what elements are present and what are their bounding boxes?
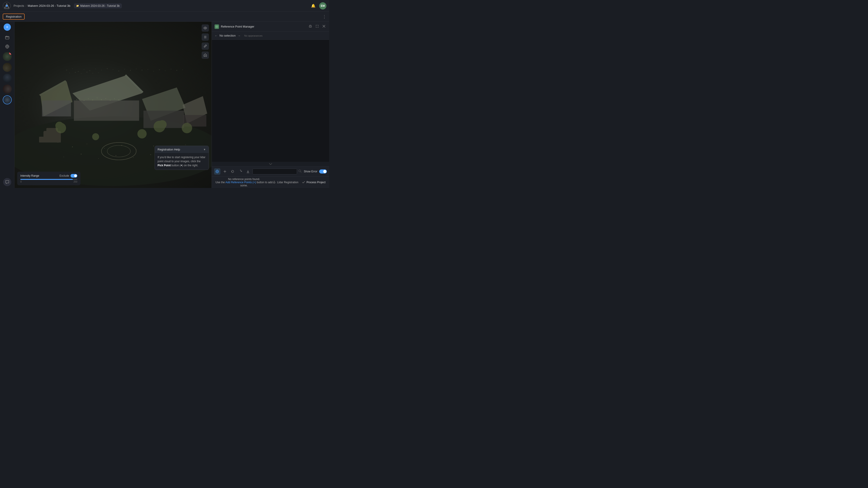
svg-point-53 [137,129,147,138]
rpm-search-input[interactable] [252,168,297,174]
chat-button-wrapper[interactable] [3,178,11,186]
breadcrumb: Projects / Malvern 2024-03-26 - Tutorial… [13,4,70,7]
rpm-print-button[interactable] [308,24,313,29]
scan-item-2[interactable] [3,63,12,72]
svg-rect-90 [310,26,311,27]
lidar-registration-button[interactable]: Lidar Registration [273,181,298,184]
svg-line-99 [301,172,301,173]
range-min: 0 [20,181,22,183]
rpm-add-plus-button[interactable] [222,168,228,175]
process-project-button[interactable]: Process Project [302,181,326,184]
exclude-switch[interactable] [70,174,77,177]
range-track[interactable] [20,179,77,180]
right-panel: Reference Point Manager [212,22,329,188]
rpm-nav-forward[interactable]: → [238,34,241,37]
svg-point-22 [159,69,160,70]
rpm-expand-button[interactable] [315,24,320,29]
folder-icon-button[interactable] [3,33,11,41]
add-ref-link[interactable]: Add Reference Points (+) [225,181,256,184]
project-tab[interactable]: 📁 Malvern 2024-03-26 - Tutorial 3b [74,3,122,8]
exclude-toggle[interactable]: Exclude [59,174,77,177]
svg-rect-45 [39,137,61,142]
svg-point-74 [84,100,84,101]
rpm-redo-button[interactable] [237,168,243,175]
rpm-nav-back[interactable]: ← [215,34,218,37]
top-bar-right: 🔔 EM [310,2,327,9]
registration-help-header[interactable]: Registration Help ▼ [155,146,209,153]
scan-item-4[interactable] [3,85,12,94]
help-text-1: If you'd like to start registering your … [158,156,206,163]
add-button[interactable]: + [4,24,11,31]
svg-point-76 [92,100,93,100]
more-options-button[interactable]: ⋮ [322,14,327,19]
svg-point-52 [92,133,99,140]
rpm-download-button[interactable] [245,168,251,175]
svg-point-14 [113,69,114,70]
svg-point-51 [158,120,166,129]
svg-point-19 [142,70,143,70]
svg-point-24 [170,69,171,70]
intensity-label: Intensity Range [20,174,39,177]
app-logo[interactable] [3,2,11,10]
viewport-pen-button[interactable] [202,42,209,50]
viewport-list-button[interactable] [202,33,209,41]
show-error-toggle[interactable] [319,169,327,173]
process-project-label: Process Project [307,181,326,184]
svg-point-60 [136,149,136,150]
svg-point-18 [136,69,136,69]
svg-point-80 [110,100,111,101]
svg-point-57 [87,144,87,144]
svg-point-56 [72,147,73,147]
user-avatar[interactable]: EM [319,2,327,9]
viewport-wrapper[interactable]: Registration Help ▼ If you'd like to sta… [14,22,212,188]
rpm-nav: ← No selection → No appearances [212,32,329,40]
globe-icon-button[interactable] [3,42,11,51]
svg-point-16 [124,69,125,70]
viewport-home-button[interactable] [202,52,209,59]
svg-point-12 [101,70,102,70]
rpm-add-globe-button[interactable] [214,168,220,175]
rpm-close-button[interactable] [321,24,327,29]
rpm-footer-text: No reference points found. Use the Add R… [215,177,273,187]
intensity-bar: Intensity Range Exclude 0 250 [17,172,81,185]
svg-point-67 [116,155,116,156]
scan-item-5[interactable] [3,95,12,104]
rpm-icon [215,24,219,29]
registration-help-panel: Registration Help ▼ If you'd like to sta… [155,146,209,170]
viewport-eye-button[interactable] [202,24,209,32]
svg-point-7 [72,68,73,69]
svg-point-54 [182,123,192,133]
svg-point-21 [153,71,154,72]
svg-point-28 [75,72,76,73]
range-fill [20,179,73,180]
svg-point-55 [58,142,58,143]
breadcrumb-separator: / [26,4,26,7]
svg-point-68 [133,157,133,158]
viewport-canvas[interactable]: Registration Help ▼ If you'd like to sta… [14,22,212,188]
svg-point-20 [148,69,148,70]
rpm-no-selection: No selection [219,34,236,37]
scan-item-3[interactable] [3,74,12,83]
help-text-2: button ( [170,164,181,167]
range-labels: 0 250 [20,181,77,183]
scan-item-1[interactable]: 1 [3,52,12,61]
chat-icon[interactable] [3,178,11,186]
no-ref-line1: No reference points found. [228,177,260,181]
svg-point-10 [89,70,90,71]
breadcrumb-projects[interactable]: Projects [13,4,24,7]
footer-actions: Lidar Registration Process Project [273,181,326,184]
rpm-footer: No reference points found. Use the Add R… [212,176,329,188]
notification-button[interactable]: 🔔 [310,3,316,9]
svg-point-79 [105,98,106,99]
rpm-undo-button[interactable] [229,168,236,175]
svg-point-69 [150,154,151,155]
svg-point-30 [87,72,88,72]
svg-point-25 [176,70,177,71]
rpm-header-actions [308,24,327,29]
registration-tab[interactable]: Registration [3,13,25,20]
svg-point-8 [78,71,79,72]
svg-point-29 [81,73,82,74]
help-highlight: Pick Point [158,164,170,167]
svg-point-9 [84,69,84,70]
svg-point-17 [130,70,131,71]
